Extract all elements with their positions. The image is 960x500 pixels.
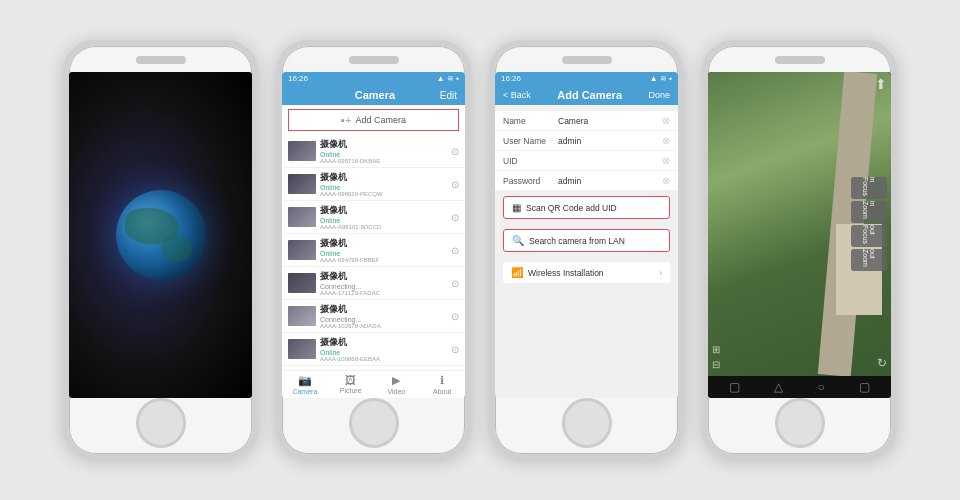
- uid-field-row: UID ⊗: [495, 151, 678, 171]
- wifi-icon: 📶: [511, 267, 523, 278]
- camera-list: 摄像机 Online AAAA-098718-DKBAE ⊙ 摄像机 Onlin…: [282, 135, 465, 370]
- add-camera-label: Add Camera: [355, 115, 406, 125]
- password-label: Password: [503, 176, 558, 186]
- wireless-label: Wireless Installation: [528, 268, 604, 278]
- camera-status: Online: [320, 250, 447, 257]
- cam-menu-btn[interactable]: ▢: [859, 380, 870, 394]
- camera-thumbnail: [288, 240, 316, 260]
- phone-1-screen: [69, 72, 252, 398]
- phone3-vol-up-btn: [682, 126, 684, 156]
- camera-detail-icon[interactable]: ⊙: [451, 245, 459, 256]
- camera-detail-icon[interactable]: ⊙: [451, 146, 459, 157]
- camera-info: 摄像机 Online AAAA-098629-PECQW: [320, 171, 447, 197]
- camera-info: 摄像机 Connecting... AAAA-102678-ADADA: [320, 303, 447, 329]
- back-button[interactable]: < Back: [503, 90, 531, 100]
- zoom-out-button[interactable]: Zoom out: [851, 249, 887, 271]
- username-value[interactable]: admin: [558, 136, 662, 146]
- camera-thumbnail: [288, 141, 316, 161]
- phone2-power-btn: [276, 136, 278, 176]
- add-camera-screen: 16:26 ▲ ≋ ▪ < Back Add Camera Done Name …: [495, 72, 678, 398]
- phone-3: 16:26 ▲ ≋ ▪ < Back Add Camera Done Name …: [489, 40, 684, 460]
- password-clear-icon[interactable]: ⊗: [662, 175, 670, 186]
- search-lan-button[interactable]: 🔍 Search camera from LAN: [503, 229, 670, 252]
- focus-in-button[interactable]: Focus in: [851, 177, 887, 199]
- status-time-3: 16:26: [501, 74, 521, 83]
- scan-qr-button[interactable]: ▦ Scan QR Code add UID: [503, 196, 670, 219]
- phone-power-btn: [63, 136, 65, 176]
- camera-status: Online: [320, 184, 447, 191]
- zoom-out-control-icon[interactable]: ⊟: [712, 359, 720, 370]
- camera-controls-panel: Focus in Zoom in Focus out Zoom out: [851, 177, 887, 271]
- add-camera-nav-title: Add Camera: [531, 89, 649, 101]
- edit-button[interactable]: Edit: [440, 90, 457, 101]
- scan-qr-label: Scan QR Code add UID: [526, 203, 617, 213]
- username-field-row: User Name admin ⊗: [495, 131, 678, 151]
- cam-triangle-btn[interactable]: △: [774, 380, 783, 394]
- video-tab-icon: ▶: [392, 374, 400, 387]
- phone2-vol-down-btn: [469, 164, 471, 194]
- camera-detail-icon[interactable]: ⊙: [451, 344, 459, 355]
- phone-4: Focus in Zoom in Focus out Zoom out ⬆: [702, 40, 897, 460]
- camera-list-screen: 16:26 ▲ ≋ ▪ Camera Edit ▪+ Add Camera 摄像…: [282, 72, 465, 398]
- camera-uid: AAAA-098718-DKBAE: [320, 158, 447, 164]
- refresh-icon[interactable]: ↻: [877, 356, 887, 370]
- done-button[interactable]: Done: [648, 90, 670, 100]
- camera-detail-icon[interactable]: ⊙: [451, 212, 459, 223]
- camera-thumbnail: [288, 273, 316, 293]
- status-bar-2: 16:26 ▲ ≋ ▪: [282, 72, 465, 85]
- phone-2: 16:26 ▲ ≋ ▪ Camera Edit ▪+ Add Camera 摄像…: [276, 40, 471, 460]
- name-field-row: Name Camera ⊗: [495, 111, 678, 131]
- camera-list-item[interactable]: 摄像机 Online AAAA-098629-PECQW ⊙: [282, 168, 465, 201]
- camera-list-item[interactable]: 摄像机 Online AAAA-A98101-6DCCD ⊙: [282, 201, 465, 234]
- camera-thumbnail: [288, 207, 316, 227]
- add-camera-button[interactable]: ▪+ Add Camera: [288, 109, 459, 131]
- wireless-installation-row[interactable]: 📶 Wireless Installation ›: [503, 262, 670, 283]
- phone2-vol-up-btn: [469, 126, 471, 156]
- camera-thumbnail: [288, 339, 316, 359]
- focus-out-label: Focus out: [862, 225, 876, 247]
- camera-uid: AAAA-A98101-6DCCD: [320, 224, 447, 230]
- camera-list-item[interactable]: 摄像机 Connecting... AAAA-171129-FADAC ⊙: [282, 267, 465, 300]
- zoom-control-icon[interactable]: ⊞: [712, 344, 720, 355]
- tab-picture[interactable]: 🖼 Picture: [328, 374, 374, 395]
- camera-nav-title: Camera: [310, 89, 440, 101]
- camera-info: 摄像机 Online AAAA-A98101-6DCCD: [320, 204, 447, 230]
- zoom-in-button[interactable]: Zoom in: [851, 201, 887, 223]
- camera-list-item[interactable]: 摄像机 Connecting... AAAA-102678-ADADA ⊙: [282, 300, 465, 333]
- camera-list-item[interactable]: 摄像机 Online AAAA-094798-FBBEF ⊙: [282, 234, 465, 267]
- camera-name: 摄像机: [320, 303, 447, 316]
- camera-nav-bar: Camera Edit: [282, 85, 465, 105]
- camera-name: 摄像机: [320, 336, 447, 349]
- name-label: Name: [503, 116, 558, 126]
- cam-square-btn[interactable]: ▢: [729, 380, 740, 394]
- phone4-vol-up-btn: [895, 126, 897, 156]
- cam-circle-btn[interactable]: ○: [817, 380, 824, 394]
- password-value[interactable]: admin: [558, 176, 662, 186]
- username-clear-icon[interactable]: ⊗: [662, 135, 670, 146]
- tab-video[interactable]: ▶ Video: [374, 374, 420, 395]
- globe-icon: [116, 190, 206, 280]
- uid-clear-icon[interactable]: ⊗: [662, 155, 670, 166]
- name-value[interactable]: Camera: [558, 116, 662, 126]
- camera-list-item[interactable]: 摄像机 Online AAAA-098718-DKBAE ⊙: [282, 135, 465, 168]
- camera-status: Connecting...: [320, 283, 447, 290]
- tab-camera[interactable]: 📷 Camera: [282, 374, 328, 395]
- status-bar-3: 16:26 ▲ ≋ ▪: [495, 72, 678, 85]
- phone4-power-btn: [702, 136, 704, 176]
- share-icon[interactable]: ⬆: [875, 76, 887, 92]
- tab-about[interactable]: ℹ About: [419, 374, 465, 395]
- camera-detail-icon[interactable]: ⊙: [451, 311, 459, 322]
- phone-1: [63, 40, 258, 460]
- status-icons: ▲ ≋ ▪: [437, 74, 459, 83]
- tab-video-label: Video: [387, 388, 405, 395]
- focus-out-button[interactable]: Focus out: [851, 225, 887, 247]
- name-clear-icon[interactable]: ⊗: [662, 115, 670, 126]
- camera-list-item[interactable]: 摄像机 Online AAAA-109868-EEBAA ⊙: [282, 333, 465, 366]
- camera-uid: AAAA-109868-EEBAA: [320, 356, 447, 362]
- camera-detail-icon[interactable]: ⊙: [451, 179, 459, 190]
- camera-detail-icon[interactable]: ⊙: [451, 278, 459, 289]
- camera-bottom-bar: ▢ △ ○ ▢: [708, 376, 891, 398]
- camera-name: 摄像机: [320, 270, 447, 283]
- phone3-vol-down-btn: [682, 164, 684, 194]
- camera-name: 摄像机: [320, 237, 447, 250]
